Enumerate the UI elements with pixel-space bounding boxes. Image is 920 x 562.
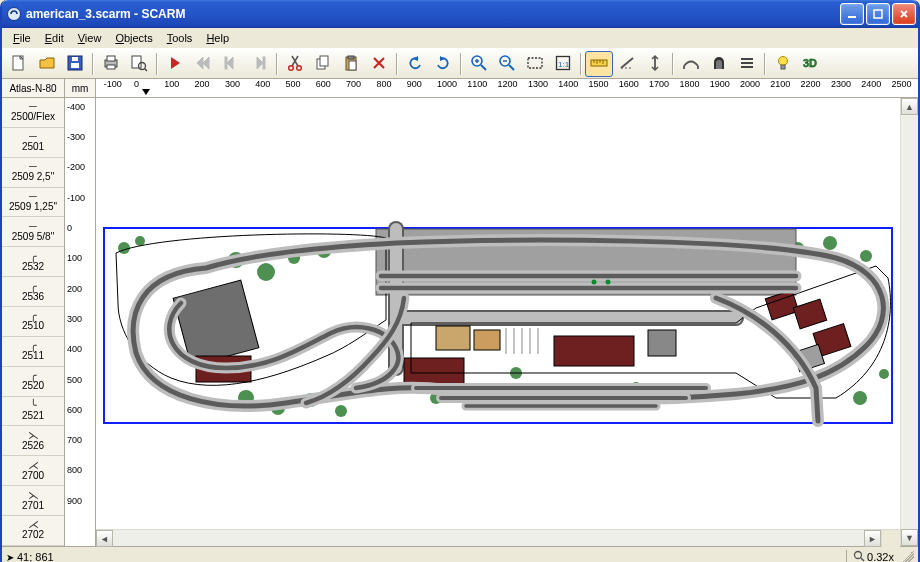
step-back-icon — [222, 54, 240, 74]
ruler-unit[interactable]: mm — [65, 79, 96, 97]
cursor-icon: ➤ — [6, 552, 14, 563]
paste-button[interactable] — [337, 51, 365, 77]
hruler-tick: 300 — [225, 79, 240, 89]
part-2511[interactable]: ╭2511 — [2, 337, 64, 367]
menu-objects[interactable]: Objects — [108, 30, 159, 46]
ruler-caret-icon — [142, 89, 150, 95]
svg-point-57 — [335, 405, 347, 417]
part-2500-Flex[interactable]: ─2500/Flex — [2, 98, 64, 128]
hruler-tick: 400 — [255, 79, 270, 89]
undo-icon — [406, 54, 424, 74]
new-doc-button[interactable] — [5, 51, 33, 77]
part-label: 2702 — [22, 529, 44, 540]
hruler-tick: 1400 — [558, 79, 578, 89]
menu-help[interactable]: Help — [199, 30, 236, 46]
delete-button[interactable] — [365, 51, 393, 77]
hruler-tick: 1100 — [467, 79, 487, 89]
step-fwd-icon — [250, 54, 268, 74]
zoom-rect-button[interactable] — [521, 51, 549, 77]
track-glyph-icon: ─ — [29, 132, 37, 140]
part-2510[interactable]: ╭2510 — [2, 307, 64, 337]
menu-file[interactable]: File — [6, 30, 38, 46]
part-2509-5-8-[interactable]: ─2509 5/8" — [2, 217, 64, 247]
print-icon — [102, 54, 120, 74]
menu-edit[interactable]: Edit — [38, 30, 71, 46]
part-2509-1-25-[interactable]: ─2509 1,25" — [2, 188, 64, 218]
slope-tool-icon — [618, 54, 636, 74]
track-glyph-icon: ╭ — [30, 371, 37, 379]
library-name[interactable]: Atlas-N-80 — [2, 79, 65, 97]
part-2526[interactable]: ⋋2526 — [2, 426, 64, 456]
horizontal-scrollbar[interactable]: ◄ ► — [96, 529, 881, 546]
part-2521[interactable]: ╰2521 — [2, 397, 64, 427]
part-2700[interactable]: ⋌2700 — [2, 456, 64, 486]
part-2509-2-5-[interactable]: ─2509 2,5" — [2, 158, 64, 188]
undo-button[interactable] — [401, 51, 429, 77]
svg-line-12 — [145, 69, 148, 72]
svg-point-64 — [853, 391, 867, 405]
window-maximize-button[interactable] — [866, 3, 890, 25]
horizontal-ruler[interactable]: -100010020030040050060070080090010001100… — [96, 79, 918, 97]
window-minimize-button[interactable] — [840, 3, 864, 25]
step-fwd-button — [245, 51, 273, 77]
open-folder-button[interactable] — [33, 51, 61, 77]
slope-tool-button[interactable] — [613, 51, 641, 77]
svg-line-23 — [481, 65, 486, 70]
height-tool-button[interactable] — [641, 51, 669, 77]
svg-rect-9 — [107, 65, 115, 69]
status-zoom: 0.32x — [867, 551, 894, 562]
part-2501[interactable]: ─2501 — [2, 128, 64, 158]
window-close-button[interactable] — [892, 3, 916, 25]
svg-point-65 — [879, 369, 889, 379]
hruler-tick: 500 — [286, 79, 301, 89]
track-glyph-icon: ⋋ — [28, 431, 39, 439]
parts-palette: ─2500/Flex─2501─2509 2,5"─2509 1,25"─250… — [2, 98, 65, 546]
menu-tools[interactable]: Tools — [160, 30, 200, 46]
lightbulb-button[interactable] — [769, 51, 797, 77]
scroll-right-arrow-icon[interactable]: ► — [864, 530, 881, 547]
copy-button[interactable] — [309, 51, 337, 77]
menu-view[interactable]: View — [71, 30, 109, 46]
save-disk-icon — [66, 54, 84, 74]
vruler-tick: 0 — [67, 223, 72, 233]
scroll-left-arrow-icon[interactable]: ◄ — [96, 530, 113, 547]
part-2520[interactable]: ╭2520 — [2, 367, 64, 397]
part-2701[interactable]: ⋋2701 — [2, 486, 64, 516]
save-disk-button[interactable] — [61, 51, 89, 77]
redo-button[interactable] — [429, 51, 457, 77]
svg-point-84 — [606, 280, 611, 285]
cut-button[interactable] — [281, 51, 309, 77]
part-label: 2500/Flex — [11, 111, 55, 122]
threed-icon: 3D — [802, 54, 820, 74]
svg-line-27 — [509, 65, 514, 70]
drawing-canvas[interactable]: ◄ ► — [96, 98, 900, 546]
zoom-in-button[interactable] — [465, 51, 493, 77]
part-label: 2700 — [22, 470, 44, 481]
menu-button[interactable] — [733, 51, 761, 77]
menubar: FileEditViewObjectsToolsHelp — [2, 28, 918, 49]
svg-rect-72 — [554, 336, 634, 366]
part-2536[interactable]: ╭2536 — [2, 277, 64, 307]
threed-button[interactable]: 3D — [797, 51, 825, 77]
scroll-down-arrow-icon[interactable]: ▼ — [901, 529, 918, 546]
svg-rect-70 — [436, 326, 470, 350]
play-button[interactable] — [161, 51, 189, 77]
part-2702[interactable]: ⋌2702 — [2, 516, 64, 546]
bridge-button[interactable] — [677, 51, 705, 77]
svg-rect-2 — [874, 10, 882, 18]
zoom-out-button[interactable] — [493, 51, 521, 77]
tunnel-button[interactable] — [705, 51, 733, 77]
print-preview-button[interactable] — [125, 51, 153, 77]
part-2532[interactable]: ╭2532 — [2, 247, 64, 277]
svg-rect-44 — [781, 65, 785, 69]
redo-icon — [434, 54, 452, 74]
zoom-fit-button[interactable]: 1:1 — [549, 51, 577, 77]
bridge-icon — [682, 54, 700, 74]
hruler-tick: 2100 — [770, 79, 790, 89]
scroll-corner — [881, 529, 900, 547]
vertical-ruler[interactable]: -400-300-200-100010020030040050060070080… — [65, 98, 96, 546]
resize-grip-icon[interactable] — [900, 550, 914, 562]
measure-button[interactable] — [585, 51, 613, 77]
svg-point-0 — [8, 8, 21, 21]
print-button[interactable] — [97, 51, 125, 77]
